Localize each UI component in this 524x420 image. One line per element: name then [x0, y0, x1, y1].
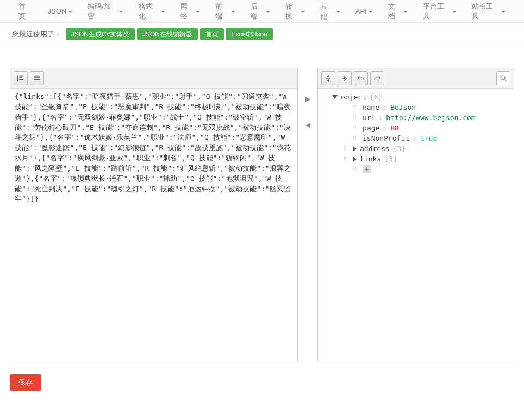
chevron-down-icon — [501, 11, 506, 13]
tree-value: BeJson — [390, 103, 416, 111]
tree-meta: [3] — [384, 155, 397, 163]
tree-key: page — [363, 124, 379, 132]
tree-root-label: object — [341, 93, 366, 101]
expand-all-icon[interactable] — [321, 71, 335, 85]
json-tree[interactable]: object {6} ⠿name : BeJson⠿url : http://w… — [318, 89, 514, 361]
tree-row[interactable]: ⠿url : http://www.bejson.com — [320, 112, 511, 123]
toggle-icon[interactable] — [353, 146, 357, 152]
chevron-down-icon — [403, 11, 408, 13]
grip-icon: ⠿ — [353, 115, 359, 121]
grip-icon: ⠿ — [353, 104, 359, 110]
tree-toolbar — [318, 68, 514, 89]
chevron-down-icon — [196, 11, 200, 13]
nav-item[interactable]: 站长工具 — [464, 0, 513, 27]
arrow-left-icon[interactable]: ◀ — [305, 121, 310, 129]
svg-point-0 — [501, 76, 505, 80]
tree-key: links — [360, 155, 381, 163]
chevron-down-icon — [336, 11, 340, 13]
grip-icon: ⠿ — [343, 156, 350, 162]
source-textarea[interactable]: {"links":[{"名字":"暗夜猎手·薇恩","职业":"射手","Q 技… — [10, 89, 297, 361]
collapse-all-icon[interactable] — [338, 71, 352, 85]
tree-key: isNonProfit — [363, 134, 409, 142]
bottom-bar: 保存 — [0, 367, 524, 398]
chevron-down-icon — [369, 11, 373, 13]
grip-icon: ⠿ — [353, 125, 359, 131]
tree-row[interactable]: ⠿isNonProfit : true — [320, 133, 511, 143]
nav-item[interactable]: 网络 — [173, 0, 208, 27]
recent-label: 您最近使用了： — [12, 29, 61, 39]
nav-item[interactable]: 首页 — [11, 0, 40, 27]
tree-row[interactable]: ⠿address {3} — [320, 143, 511, 154]
nav-item[interactable]: 前端 — [208, 0, 242, 27]
chevron-down-icon — [231, 11, 235, 13]
nav-item[interactable]: 后端 — [243, 0, 278, 27]
recent-tag[interactable]: JSON在线编辑器 — [137, 28, 198, 40]
chevron-down-icon — [119, 11, 123, 13]
grip-icon: ⠿ — [343, 146, 350, 152]
tree-panel: object {6} ⠿name : BeJson⠿url : http://w… — [317, 68, 514, 361]
nav-item[interactable]: 转换 — [278, 0, 313, 27]
toggle-icon[interactable] — [332, 95, 338, 99]
tree-value: true — [420, 134, 437, 142]
chevron-down-icon — [266, 11, 270, 13]
undo-icon[interactable] — [354, 71, 368, 85]
redo-icon[interactable] — [370, 71, 384, 85]
tree-meta: {3} — [393, 145, 406, 153]
align-left-icon[interactable] — [14, 71, 28, 85]
tree-key: address — [360, 145, 390, 153]
transfer-arrows: ▶ ◀ — [302, 68, 313, 361]
recent-tag[interactable]: Excel转Json — [226, 28, 273, 40]
nav-item[interactable]: 文档 — [380, 0, 415, 27]
chevron-down-icon — [452, 11, 457, 13]
chevron-down-icon — [68, 11, 72, 13]
source-panel: {"links":[{"名字":"暗夜猎手·薇恩","职业":"射手","Q 技… — [10, 68, 298, 361]
nav-item[interactable]: API — [348, 1, 380, 21]
source-toolbar — [10, 68, 297, 89]
search-icon[interactable] — [496, 71, 510, 85]
tree-row[interactable]: ⠿links [3] — [320, 154, 511, 164]
tree-row[interactable]: ⠿name : BeJson — [320, 102, 511, 112]
tree-value: http://www.bejson.com — [386, 114, 475, 122]
recent-tag[interactable]: 首页 — [200, 28, 224, 40]
nav-item[interactable]: JSON — [40, 1, 80, 21]
chevron-down-icon — [301, 11, 305, 13]
workspace: {"links":[{"名字":"暗夜猎手·薇恩","职业":"射手","Q 技… — [0, 46, 524, 367]
top-navbar: 首页JSON编码/加密格式化网络前端后端转换其他API文档平台工具站长工具 — [0, 0, 524, 23]
nav-item[interactable]: 格式化 — [131, 0, 173, 27]
tree-row[interactable]: ⠿page : 88 — [320, 123, 511, 133]
toggle-icon[interactable] — [353, 156, 357, 162]
add-icon[interactable]: + — [363, 165, 371, 173]
tree-key: name — [363, 103, 379, 111]
save-button[interactable]: 保存 — [10, 374, 41, 391]
nav-item[interactable]: 平台工具 — [415, 0, 464, 27]
source-code-text: {"links":[{"名字":"暗夜猎手·薇恩","职业":"射手","Q 技… — [15, 92, 293, 204]
tree-root-count: {6} — [370, 93, 382, 101]
tree-key: url — [363, 114, 375, 122]
tree-value: 88 — [390, 124, 399, 132]
justify-icon[interactable] — [30, 71, 44, 85]
nav-item[interactable]: 编码/加密 — [80, 0, 131, 27]
grip-icon: ⠿ — [353, 166, 359, 172]
recent-tag[interactable]: JSON生成C#实体类 — [66, 28, 135, 40]
grip-icon: ⠿ — [353, 135, 359, 141]
arrow-right-icon[interactable]: ▶ — [305, 95, 310, 103]
chevron-down-icon — [161, 11, 165, 13]
nav-item[interactable]: 其他 — [313, 0, 347, 27]
